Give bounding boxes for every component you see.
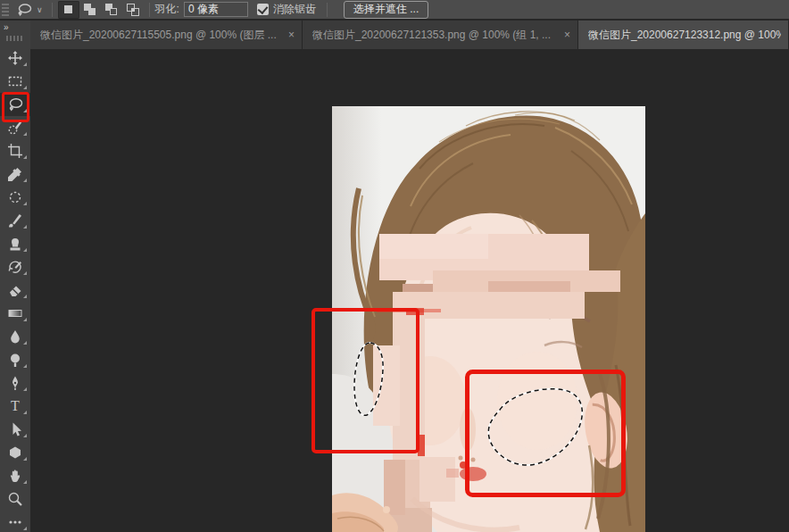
feather-input[interactable]: [184, 2, 248, 17]
lasso-icon: [14, 2, 36, 18]
close-icon[interactable]: ×: [555, 29, 570, 41]
tool-history-brush[interactable]: [0, 255, 30, 278]
antialias-checkbox[interactable]: [257, 4, 269, 15]
tool-rectangular-marquee[interactable]: [0, 70, 30, 93]
tool-blur[interactable]: [0, 325, 30, 348]
svg-text:T: T: [11, 398, 20, 413]
tab-document-1[interactable]: 微信图片_20200627115505.png @ 100% (图层 ... ×: [30, 21, 303, 49]
tool-move[interactable]: [0, 46, 30, 70]
tool-type[interactable]: T: [0, 395, 30, 418]
new-selection-button[interactable]: [58, 1, 79, 19]
document-canvas[interactable]: [30, 49, 789, 532]
add-to-selection-button[interactable]: [79, 1, 101, 19]
tool-pen[interactable]: [0, 371, 30, 395]
photo-canvas[interactable]: [332, 106, 645, 532]
tool-lasso[interactable]: [0, 93, 30, 116]
tab-label: 微信图片_20200627115505.png @ 100% (图层 ...: [40, 28, 277, 43]
toolbar-collapse-button[interactable]: »: [0, 21, 30, 32]
tool-edit-toolbar[interactable]: [0, 511, 30, 532]
tool-clone-stamp[interactable]: [0, 232, 30, 255]
toolbar-grip[interactable]: [6, 36, 24, 41]
tool-path-selection[interactable]: [0, 418, 30, 441]
options-bar: ∨ 羽化: 消除锯齿 选择并遮住 ...: [0, 0, 789, 20]
subtract-from-selection-button[interactable]: [101, 1, 122, 19]
antialias-label: 消除锯齿: [273, 2, 316, 17]
separator: [149, 3, 150, 17]
select-and-mask-button[interactable]: 选择并遮住 ...: [344, 1, 428, 19]
tab-label: 微信图片_20200627121353.png @ 100% (组 1, ...: [312, 28, 551, 43]
options-bar-grip[interactable]: [2, 4, 9, 16]
tool-gradient[interactable]: [0, 302, 30, 325]
intersect-selection-button[interactable]: [122, 1, 144, 19]
tool-dodge[interactable]: [0, 348, 30, 371]
tab-label: 微信图片_20200627123312.png @ 100%: [588, 28, 781, 43]
separator: [327, 3, 328, 17]
close-icon[interactable]: ×: [279, 29, 295, 41]
document-tab-strip: 微信图片_20200627115505.png @ 100% (图层 ... ×…: [30, 21, 789, 49]
tool-zoom[interactable]: [0, 487, 30, 511]
tool-quick-selection[interactable]: [0, 116, 30, 139]
tool-eyedropper[interactable]: [0, 162, 30, 186]
tool-spot-healing-brush[interactable]: [0, 186, 30, 209]
separator: [52, 3, 53, 17]
tab-document-3[interactable]: 微信图片_20200627123312.png @ 100%: [578, 21, 789, 49]
toolbar: »: [0, 21, 30, 532]
tool-eraser[interactable]: [0, 278, 30, 302]
tab-document-2[interactable]: 微信图片_20200627121353.png @ 100% (组 1, ...…: [303, 21, 578, 49]
tool-shape[interactable]: [0, 441, 30, 464]
tool-crop[interactable]: [0, 139, 30, 162]
chevron-down-icon[interactable]: ∨: [37, 5, 43, 14]
tool-brush[interactable]: [0, 209, 30, 232]
tool-hand[interactable]: [0, 464, 30, 487]
feather-label: 羽化:: [155, 2, 179, 17]
